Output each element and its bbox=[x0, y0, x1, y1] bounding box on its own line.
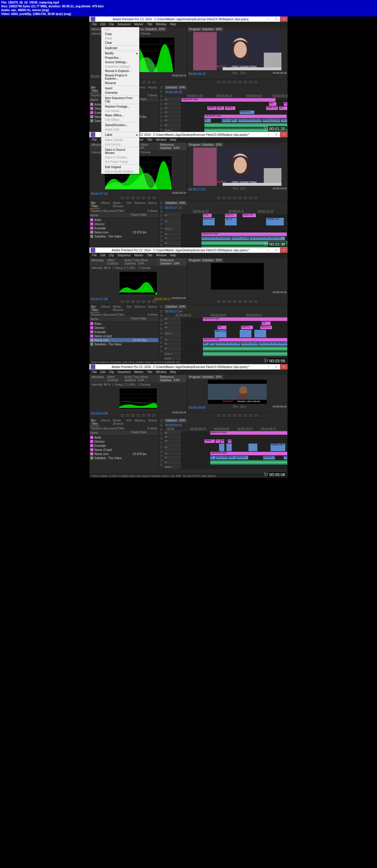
clip[interactable]: Name.mov bbox=[242, 214, 256, 217]
clip[interactable]: Artist bbox=[203, 214, 212, 217]
clip[interactable]: Satisfied.mp4 bbox=[270, 443, 285, 451]
res-dropdown[interactable]: 1/2 bbox=[240, 71, 244, 75]
track-master[interactable]: Master bbox=[164, 356, 181, 360]
clip[interactable]: THE STORY IN THE VIDEO bbox=[238, 119, 262, 122]
clip[interactable]: Adjustment Layer bbox=[204, 115, 287, 118]
list-item[interactable]: Name v2.psd bbox=[90, 448, 158, 452]
track-master[interactable]: Master bbox=[164, 465, 181, 469]
ctx-clear[interactable]: Clear bbox=[102, 40, 139, 45]
ctx-rename[interactable]: Rename bbox=[102, 81, 139, 85]
track-v4[interactable]: V4 bbox=[164, 106, 181, 110]
list-item[interactable]: Artist bbox=[90, 218, 158, 222]
track-video3[interactable]: Video 3 bbox=[164, 226, 181, 232]
src-tc-left[interactable]: 00;00;37;02 bbox=[90, 191, 109, 196]
overwrite-button[interactable] bbox=[152, 80, 156, 84]
menu-clip[interactable]: Clip bbox=[107, 22, 115, 26]
list-item[interactable]: Name.mov23.976 fps bbox=[90, 452, 158, 456]
export-frame-button[interactable] bbox=[254, 80, 258, 84]
hand-tool[interactable] bbox=[160, 123, 164, 127]
ctx-replace-footage[interactable]: Replace Footage... bbox=[102, 104, 139, 109]
clip[interactable] bbox=[254, 330, 266, 337]
menu-file[interactable]: File bbox=[91, 138, 98, 142]
close-button[interactable]: × bbox=[280, 132, 288, 137]
maximize-button[interactable]: □ bbox=[272, 17, 280, 22]
tab-ref[interactable]: Reference: Satisfied - EPK bbox=[158, 143, 187, 150]
minimize-button[interactable]: − bbox=[265, 364, 272, 370]
clip[interactable]: Camera bbox=[225, 106, 235, 110]
clip[interactable]: Satisfie bbox=[204, 439, 215, 443]
program-monitor[interactable]: Satisfied Director | Rob Garrott bbox=[208, 380, 267, 404]
seq-tab[interactable]: Satisfied - EPK bbox=[164, 85, 187, 90]
clip[interactable]: Adjustment Layer bbox=[181, 98, 276, 102]
list-item[interactable]: Name.mov23.976 fps bbox=[90, 230, 158, 234]
clip[interactable]: THE STORY IN THE VIDEO.mp4 bbox=[250, 237, 285, 240]
clip[interactable]: Na bbox=[228, 439, 231, 443]
menu-title[interactable]: Title bbox=[146, 22, 154, 26]
clip[interactable]: Interview_RG.mp4 bbox=[241, 342, 259, 346]
clip[interactable]: MVI bbox=[231, 119, 237, 122]
ctx-make-offline[interactable]: Make Offline... bbox=[102, 113, 139, 118]
fit-dropdown[interactable]: Fit bbox=[233, 71, 236, 75]
ctx-open-src[interactable]: Open in Source Monitor bbox=[102, 148, 139, 155]
clip[interactable]: THE STORY IN THE VIDEO.mp4 bbox=[259, 342, 287, 346]
clip[interactable]: MVI bbox=[203, 342, 209, 346]
list-item-selected[interactable]: Name.mov23.976 fps bbox=[90, 338, 158, 342]
minimize-button[interactable]: − bbox=[265, 248, 272, 253]
list-item[interactable]: Director bbox=[90, 222, 158, 226]
list-item[interactable]: Example bbox=[90, 330, 158, 334]
track-v5[interactable]: V5 bbox=[164, 102, 181, 106]
chroma-check[interactable]: Chroma bbox=[140, 151, 151, 154]
tl-timecode[interactable]: 00;00;54;01 bbox=[164, 423, 183, 427]
audio-clip[interactable] bbox=[210, 460, 287, 465]
maximize-button[interactable]: □ bbox=[272, 364, 280, 370]
ripple-tool[interactable] bbox=[160, 94, 164, 98]
track-v3[interactable]: V3 bbox=[164, 110, 181, 114]
timeline-ruler[interactable]: 00;00;29;2300;00;44;2200;00;59;22 bbox=[164, 314, 287, 317]
tl-timecode[interactable]: 00;00;37;04 bbox=[164, 309, 183, 314]
slip-tool[interactable] bbox=[160, 111, 164, 115]
mark-in-button[interactable] bbox=[216, 80, 221, 84]
list-item[interactable]: Satisfied - The Video bbox=[90, 234, 158, 238]
prog-tc-left[interactable]: 00;00;37;02 bbox=[188, 187, 206, 192]
list-item[interactable]: Satisfied - The Video bbox=[90, 456, 158, 460]
clip[interactable] bbox=[240, 330, 252, 337]
ctx-overwrite[interactable]: Overwrite bbox=[102, 91, 139, 95]
slide-tool[interactable] bbox=[160, 115, 164, 119]
step-fwd-button[interactable] bbox=[238, 80, 242, 84]
ctx-new-seq[interactable]: New Sequence From Clip bbox=[102, 96, 139, 103]
pen-tool[interactable] bbox=[160, 119, 164, 123]
track-a1[interactable]: A1 bbox=[164, 123, 181, 128]
step-fwd-button[interactable] bbox=[141, 80, 146, 84]
list-item[interactable]: Artist bbox=[90, 321, 158, 326]
play-button[interactable] bbox=[232, 80, 237, 84]
prog-tc-left[interactable]: 00;00;38;20 bbox=[188, 71, 206, 76]
play-button[interactable] bbox=[232, 196, 237, 200]
chroma-check[interactable]: Chroma bbox=[140, 32, 151, 35]
clip[interactable]: Name v2.p bbox=[240, 111, 254, 114]
clip[interactable]: MVI bbox=[279, 106, 287, 110]
zoom-tool[interactable] bbox=[160, 128, 164, 131]
rate-tool[interactable] bbox=[160, 102, 164, 106]
audio-clip[interactable] bbox=[203, 351, 287, 356]
prog-tc-left[interactable]: 00;00;54;06 bbox=[188, 405, 206, 410]
ctx-reveal-explorer[interactable]: Reveal in Explorer... bbox=[102, 69, 139, 73]
clip[interactable] bbox=[219, 443, 224, 451]
ctx-copy[interactable]: Copy bbox=[102, 32, 139, 36]
mark-out-button[interactable] bbox=[222, 80, 226, 84]
minimize-button[interactable]: − bbox=[265, 17, 272, 22]
list-item[interactable]: Satisfied - The Video bbox=[90, 342, 158, 346]
clip[interactable]: Name v2.ps bbox=[215, 330, 226, 337]
menu-sequence[interactable]: Sequence bbox=[116, 22, 132, 26]
step-back-button[interactable] bbox=[227, 80, 232, 84]
ctx-properties[interactable]: Properties... bbox=[102, 56, 139, 60]
clip[interactable]: THE bbox=[284, 456, 287, 459]
clip[interactable]: Satis bbox=[217, 106, 224, 110]
clip[interactable]: THE STO bbox=[236, 456, 248, 459]
proj-tab-bin[interactable]: Bin: Titles bbox=[90, 85, 100, 93]
clip[interactable]: THE STORY IN THE VIDEO.mp4 bbox=[215, 342, 240, 346]
clip[interactable]: Name v2.p bbox=[266, 106, 278, 110]
tl-timecode[interactable]: 00;00;37;11 bbox=[164, 205, 183, 210]
ctx-source-settings[interactable]: Source Settings... bbox=[102, 60, 139, 64]
clip[interactable]: Adjustment Layer bbox=[203, 338, 287, 342]
ctx-speed[interactable]: Speed/Duration... bbox=[102, 123, 139, 127]
